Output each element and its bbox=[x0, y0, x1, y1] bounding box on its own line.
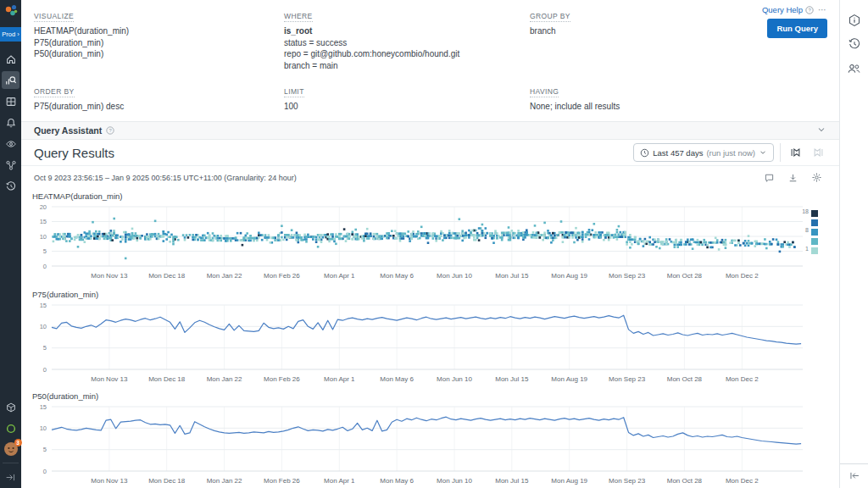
gear-icon[interactable] bbox=[811, 172, 822, 183]
sidebar-item-boards[interactable] bbox=[2, 92, 19, 110]
date-range-row: Oct 9 2023 23:56:15 – Jan 9 2025 00:56:1… bbox=[21, 166, 839, 185]
svg-text:0: 0 bbox=[43, 366, 47, 374]
p75-plot[interactable]: 051015Mon Nov 13Mon Dec 18Mon Jan 22Mon … bbox=[28, 300, 839, 386]
honeycomb-logo-icon[interactable] bbox=[0, 0, 21, 22]
svg-text:18: 18 bbox=[802, 208, 809, 214]
main-content: VISUALIZE HEATMAP(duration_min) P75(dura… bbox=[21, 0, 839, 488]
sidebar-item-query[interactable] bbox=[2, 71, 19, 89]
user-avatar[interactable]: 3 bbox=[3, 441, 19, 457]
time-range-label: Last 457 days bbox=[653, 148, 703, 158]
visualize-item[interactable]: P75(duration_min) bbox=[34, 37, 284, 49]
order-by-clause[interactable]: ORDER BY P75(duration_min) desc bbox=[34, 82, 284, 113]
collapse-panel-icon[interactable] bbox=[845, 467, 864, 485]
svg-text:?: ? bbox=[109, 128, 113, 133]
where-clause[interactable]: WHERE is_root status = success repo = gi… bbox=[284, 7, 530, 71]
download-icon[interactable] bbox=[787, 173, 798, 183]
group-by-label: GROUP BY bbox=[530, 12, 570, 22]
query-help-link[interactable]: Query Help ? bbox=[762, 5, 814, 14]
charts-area: HEATMAP(duration_min) 05101520Mon Nov 13… bbox=[21, 185, 839, 488]
query-history-icon[interactable] bbox=[845, 35, 864, 53]
p50-plot[interactable]: 051015Mon Nov 13Mon Dec 18Mon Jan 22Mon … bbox=[28, 402, 839, 488]
sidebar-item-history[interactable] bbox=[2, 177, 19, 195]
having-item[interactable]: None; include all results bbox=[530, 101, 826, 113]
where-label: WHERE bbox=[284, 12, 313, 22]
svg-text:5: 5 bbox=[43, 344, 47, 352]
visualize-item[interactable]: P50(duration_min) bbox=[34, 48, 284, 60]
having-clause[interactable]: HAVING None; include all results bbox=[530, 82, 826, 113]
chevron-down-icon[interactable] bbox=[816, 123, 826, 138]
overflow-menu-icon[interactable]: ⋯ bbox=[818, 5, 827, 14]
heatmap-chart[interactable]: HEATMAP(duration_min) 05101520Mon Nov 13… bbox=[28, 191, 839, 285]
svg-text:5: 5 bbox=[43, 446, 47, 453]
where-item[interactable]: is_root bbox=[284, 25, 530, 37]
panel-divider bbox=[840, 463, 868, 464]
left-nav-rail: Prod › bbox=[0, 0, 21, 488]
svg-text:Mon Oct 28: Mon Oct 28 bbox=[667, 272, 703, 280]
query-builder: VISUALIZE HEATMAP(duration_min) P75(dura… bbox=[21, 0, 839, 121]
status-ring-icon[interactable] bbox=[2, 419, 19, 437]
svg-text:15: 15 bbox=[40, 218, 47, 225]
sidebar-item-alerts[interactable] bbox=[2, 114, 19, 131]
query-assistant-bar[interactable]: Query Assistant ? bbox=[21, 121, 839, 141]
svg-text:10: 10 bbox=[40, 323, 47, 330]
time-range-note: (run just now) bbox=[706, 148, 755, 158]
limit-clause[interactable]: LIMIT 100 bbox=[284, 82, 530, 113]
svg-text:Mon May 6: Mon May 6 bbox=[380, 477, 414, 485]
svg-text:Mon Apr 1: Mon Apr 1 bbox=[324, 375, 355, 383]
chart-title: P75(duration_min) bbox=[32, 290, 839, 299]
rail-divider bbox=[3, 463, 19, 463]
having-label: HAVING bbox=[530, 87, 559, 97]
where-item[interactable]: repo = git@github.com:honeycombio/hound.… bbox=[284, 48, 530, 60]
svg-text:20: 20 bbox=[40, 203, 47, 211]
comment-icon[interactable] bbox=[764, 173, 775, 183]
svg-text:Mon Jan 22: Mon Jan 22 bbox=[207, 375, 242, 383]
group-by-clause[interactable]: GROUP BY branch bbox=[530, 7, 826, 71]
visualize-clause[interactable]: VISUALIZE HEATMAP(duration_min) P75(dura… bbox=[34, 7, 284, 71]
svg-text:Mon Jul 15: Mon Jul 15 bbox=[495, 375, 529, 383]
svg-text:Mon Dec 18: Mon Dec 18 bbox=[148, 477, 186, 485]
svg-text:15: 15 bbox=[40, 302, 47, 309]
svg-text:?: ? bbox=[808, 8, 811, 13]
sidebar-item-packages[interactable] bbox=[2, 398, 19, 416]
where-item[interactable]: branch = main bbox=[284, 60, 530, 72]
results-header: Query Results Last 457 days (run just no… bbox=[21, 140, 839, 166]
query-forward-icon[interactable] bbox=[810, 144, 826, 161]
right-panel-rail bbox=[839, 0, 868, 488]
svg-text:Mon Nov 13: Mon Nov 13 bbox=[91, 375, 128, 383]
sidebar-item-home[interactable] bbox=[2, 50, 19, 68]
svg-text:Mon Jun 10: Mon Jun 10 bbox=[437, 272, 472, 280]
environment-selector[interactable]: Prod › bbox=[0, 27, 21, 42]
sidebar-item-connections[interactable] bbox=[2, 156, 19, 174]
svg-text:1: 1 bbox=[805, 246, 809, 252]
svg-text:Mon Apr 1: Mon Apr 1 bbox=[324, 477, 355, 485]
svg-text:0: 0 bbox=[43, 468, 47, 475]
svg-text:Mon Dec 2: Mon Dec 2 bbox=[726, 272, 759, 280]
where-item[interactable]: status = success bbox=[284, 37, 530, 49]
sidebar-item-slos[interactable] bbox=[2, 135, 19, 152]
run-query-button[interactable]: Run Query bbox=[767, 19, 827, 38]
svg-text:8: 8 bbox=[805, 227, 809, 233]
p75-line-chart[interactable]: P75(duration_min) 051015Mon Nov 13Mon De… bbox=[28, 290, 839, 386]
query-help-label: Query Help bbox=[762, 5, 803, 14]
p50-line-chart[interactable]: P50(duration_min) 051015Mon Nov 13Mon De… bbox=[28, 391, 839, 488]
query-back-icon[interactable] bbox=[787, 144, 804, 161]
svg-text:Mon Aug 19: Mon Aug 19 bbox=[551, 375, 587, 383]
order-by-item[interactable]: P75(duration_min) desc bbox=[34, 101, 284, 113]
svg-text:Mon May 6: Mon May 6 bbox=[380, 375, 414, 383]
heatmap-plot[interactable]: 05101520Mon Nov 13Mon Dec 18Mon Jan 22Mo… bbox=[28, 202, 839, 285]
chart-title: P50(duration_min) bbox=[32, 391, 839, 401]
order-by-label: ORDER BY bbox=[34, 87, 75, 97]
svg-text:Mon Jun 10: Mon Jun 10 bbox=[437, 477, 472, 485]
svg-text:Mon Sep 23: Mon Sep 23 bbox=[609, 375, 646, 383]
limit-item[interactable]: 100 bbox=[284, 101, 530, 113]
svg-text:Mon Aug 19: Mon Aug 19 bbox=[551, 272, 587, 280]
time-range-selector[interactable]: Last 457 days (run just now) bbox=[633, 143, 774, 162]
svg-text:Mon Dec 2: Mon Dec 2 bbox=[726, 375, 759, 383]
svg-text:Mon Feb 26: Mon Feb 26 bbox=[264, 477, 300, 485]
query-assistant-label: Query Assistant bbox=[34, 125, 102, 136]
team-icon[interactable] bbox=[845, 58, 864, 77]
collapse-rail-icon[interactable] bbox=[2, 469, 19, 486]
details-info-icon[interactable] bbox=[845, 11, 864, 30]
visualize-item[interactable]: HEATMAP(duration_min) bbox=[34, 25, 284, 37]
help-circle-icon: ? bbox=[106, 126, 114, 135]
